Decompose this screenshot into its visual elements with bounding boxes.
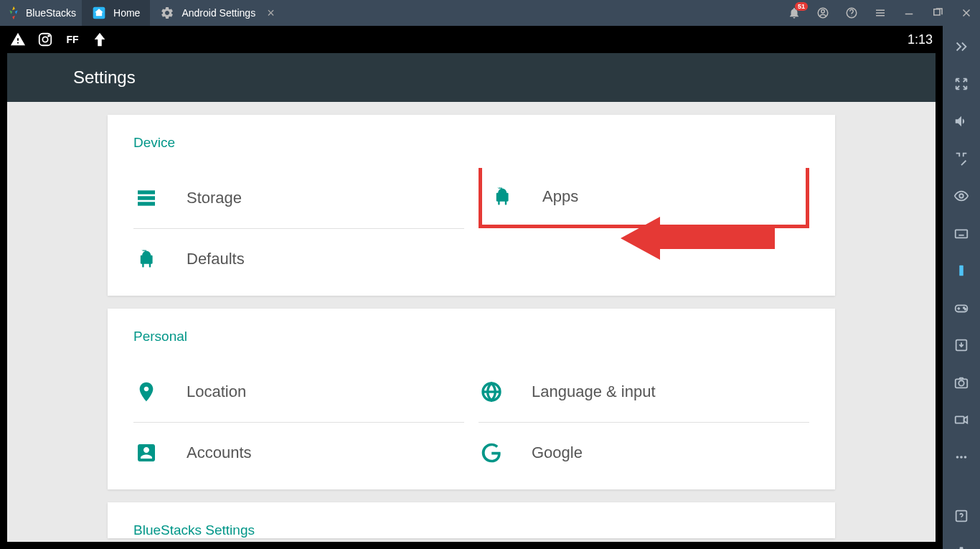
android-content: Settings Device Storage — [7, 53, 936, 542]
setting-location[interactable]: Location — [133, 362, 464, 422]
setting-accounts[interactable]: Accounts — [133, 422, 464, 482]
help-icon[interactable] — [844, 5, 859, 21]
setting-storage[interactable]: Storage — [133, 168, 464, 228]
svg-point-36 — [956, 456, 959, 459]
notification-badge: 51 — [795, 2, 808, 11]
location-icon — [133, 379, 159, 405]
svg-rect-35 — [956, 416, 964, 423]
close-icon[interactable]: × — [267, 6, 275, 21]
rotate-icon[interactable] — [952, 263, 971, 278]
status-time: 1:13 — [908, 32, 933, 47]
titlebar: BlueStacks Home Android Settings × 51 — [0, 0, 980, 26]
google-icon — [479, 440, 504, 466]
install-apk-icon[interactable] — [952, 337, 971, 353]
section-title: Personal — [133, 329, 809, 344]
help-sidebar-icon[interactable] — [952, 508, 971, 524]
tab-android-settings[interactable]: Android Settings × — [150, 0, 284, 26]
settings-body: Device Storage Apps — [7, 102, 936, 542]
setting-apps[interactable]: Apps — [479, 168, 809, 228]
sidebar — [943, 26, 980, 549]
svg-point-20 — [959, 194, 963, 198]
gamepad-icon[interactable] — [952, 300, 971, 316]
svg-point-31 — [965, 309, 966, 310]
globe-icon — [479, 379, 504, 405]
main-area: FF 1:13 Settings Device — [0, 26, 980, 549]
settings-sidebar-icon[interactable] — [952, 545, 971, 549]
svg-rect-26 — [959, 266, 963, 276]
svg-point-37 — [960, 456, 963, 459]
android-icon — [489, 184, 515, 210]
warning-icon — [10, 32, 26, 47]
section-title: Device — [133, 135, 809, 151]
app-icon — [92, 32, 108, 47]
android-screen: FF 1:13 Settings Device — [0, 26, 943, 549]
tab-label: Android Settings — [182, 7, 255, 19]
setting-language[interactable]: Language & input — [479, 362, 809, 422]
titlebar-right: 51 — [786, 5, 974, 21]
camera-icon[interactable] — [952, 375, 971, 390]
home-icon — [92, 6, 106, 20]
setting-google[interactable]: Google — [479, 422, 809, 482]
fullscreen-icon[interactable] — [952, 76, 971, 92]
tab-label: Home — [113, 7, 140, 19]
volume-icon[interactable] — [952, 113, 971, 129]
svg-point-14 — [48, 35, 50, 37]
keyboard-icon[interactable] — [952, 225, 971, 241]
section-bluestacks: BlueStacks Settings — [108, 502, 835, 538]
close-window-icon[interactable] — [958, 5, 974, 21]
settings-header: Settings — [7, 53, 936, 102]
setting-label: Language & input — [532, 383, 656, 401]
storage-icon — [133, 185, 159, 211]
android-icon — [133, 246, 159, 272]
svg-rect-16 — [138, 196, 155, 200]
setting-label: Google — [532, 444, 583, 462]
more-icon[interactable] — [952, 449, 971, 465]
setting-label: Location — [187, 383, 246, 401]
brand-text: BlueStacks — [26, 7, 76, 19]
page-title: Settings — [73, 67, 136, 88]
svg-rect-15 — [138, 190, 155, 194]
svg-rect-17 — [138, 202, 155, 205]
tab-home[interactable]: Home — [82, 0, 150, 26]
section-personal: Personal Location Language & — [108, 309, 835, 489]
menu-icon[interactable] — [872, 5, 888, 21]
section-title: BlueStacks Settings — [133, 522, 809, 538]
section-device: Device Storage Apps — [108, 115, 835, 296]
video-record-icon[interactable] — [952, 412, 971, 428]
account-icon — [133, 440, 159, 466]
setting-label: Storage — [187, 189, 242, 207]
svg-point-13 — [42, 37, 47, 42]
svg-point-38 — [964, 456, 967, 459]
setting-label: Defaults — [187, 250, 245, 268]
setting-label: Apps — [542, 187, 578, 206]
ff-icon: FF — [65, 32, 80, 47]
svg-point-2 — [821, 10, 825, 14]
svg-point-34 — [958, 380, 963, 385]
instagram-icon — [37, 32, 53, 47]
android-status-bar: FF 1:13 — [0, 26, 943, 53]
bluestacks-logo-icon — [6, 5, 22, 21]
setting-label: Accounts — [187, 444, 252, 462]
gear-icon — [160, 6, 174, 20]
account-icon[interactable] — [815, 5, 831, 21]
minimize-icon[interactable] — [901, 5, 917, 21]
setting-defaults[interactable]: Defaults — [133, 228, 464, 288]
location-target-icon[interactable] — [952, 151, 971, 166]
eye-icon[interactable] — [952, 188, 971, 204]
svg-rect-21 — [956, 230, 968, 238]
collapse-sidebar-icon[interactable] — [952, 39, 971, 55]
notifications-icon[interactable]: 51 — [786, 5, 802, 21]
maximize-icon[interactable] — [930, 5, 946, 21]
svg-rect-9 — [934, 9, 940, 15]
